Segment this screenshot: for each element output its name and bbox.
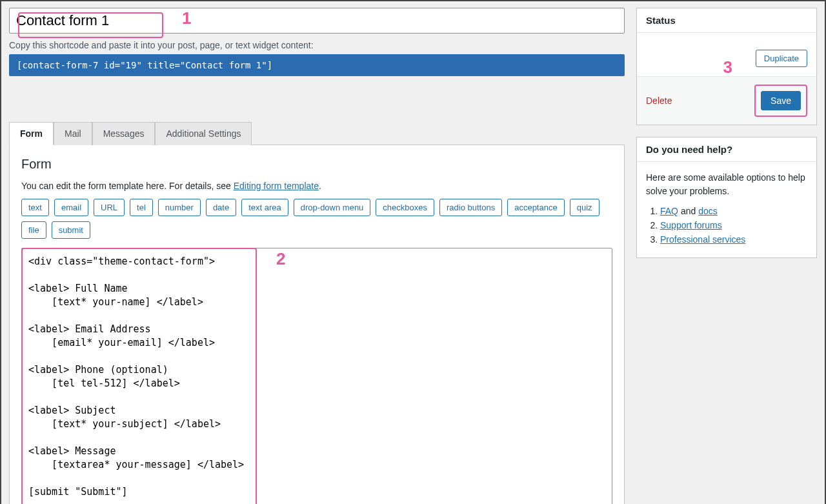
tag-acceptance-button[interactable]: acceptance — [507, 199, 565, 216]
tag-radio-button[interactable]: radio buttons — [439, 199, 502, 216]
tabs: Form Mail Messages Additional Settings — [9, 121, 625, 145]
tag-dropdown-button[interactable]: drop-down menu — [294, 199, 371, 216]
duplicate-button[interactable]: Duplicate — [756, 50, 807, 67]
shortcode-hint: Copy this shortcode and paste it into yo… — [9, 40, 625, 50]
form-title-input[interactable] — [9, 8, 625, 34]
status-header: Status — [637, 8, 816, 33]
docs-link[interactable]: docs — [698, 206, 718, 216]
tag-button-row: text email URL tel number date text area… — [21, 199, 612, 239]
save-button[interactable]: Save — [761, 91, 801, 110]
editing-template-link[interactable]: Editing form template — [234, 181, 319, 191]
tag-file-button[interactable]: file — [21, 221, 46, 239]
panel-heading: Form — [21, 157, 612, 172]
panel-hint-pre: You can edit the form template here. For… — [21, 181, 234, 191]
status-box: Status Duplicate Delete Save 3 — [636, 8, 817, 125]
annotation-highlight-3: Save — [754, 85, 807, 117]
help-item-pro: Professional services — [660, 234, 807, 245]
tag-date-button[interactable]: date — [206, 199, 236, 216]
help-and-text: and — [678, 206, 698, 216]
form-template-textarea[interactable] — [21, 248, 612, 504]
delete-link[interactable]: Delete — [646, 96, 672, 106]
tag-url-button[interactable]: URL — [94, 199, 125, 216]
tag-text-button[interactable]: text — [21, 199, 49, 216]
tab-messages[interactable]: Messages — [92, 122, 156, 145]
tab-additional-settings[interactable]: Additional Settings — [155, 122, 252, 145]
tab-form[interactable]: Form — [9, 122, 54, 145]
faq-link[interactable]: FAQ — [660, 206, 678, 216]
tag-number-button[interactable]: number — [158, 199, 201, 216]
tag-quiz-button[interactable]: quiz — [570, 199, 599, 216]
help-hint: Here are some available options to help … — [646, 171, 807, 198]
form-panel: Form You can edit the form template here… — [9, 145, 625, 504]
tag-tel-button[interactable]: tel — [130, 199, 153, 216]
support-forums-link[interactable]: Support forums — [660, 220, 722, 230]
professional-services-link[interactable]: Professional services — [660, 234, 745, 245]
shortcode-display[interactable]: [contact-form-7 id="19" title="Contact f… — [9, 54, 625, 76]
help-item-support: Support forums — [660, 220, 807, 230]
help-item-faq: FAQ and docs — [660, 206, 807, 216]
panel-hint-post: . — [319, 181, 321, 191]
tag-email-button[interactable]: email — [54, 199, 88, 216]
tag-submit-button[interactable]: submit — [52, 221, 90, 239]
help-box: Do you need help? Here are some availabl… — [636, 137, 817, 258]
tab-mail[interactable]: Mail — [54, 122, 92, 145]
tag-checkboxes-button[interactable]: checkboxes — [376, 199, 434, 216]
help-list: FAQ and docs Support forums Professional… — [646, 206, 807, 245]
panel-hint: You can edit the form template here. For… — [21, 181, 612, 191]
tag-textarea-button[interactable]: text area — [241, 199, 288, 216]
help-header: Do you need help? — [637, 137, 816, 162]
